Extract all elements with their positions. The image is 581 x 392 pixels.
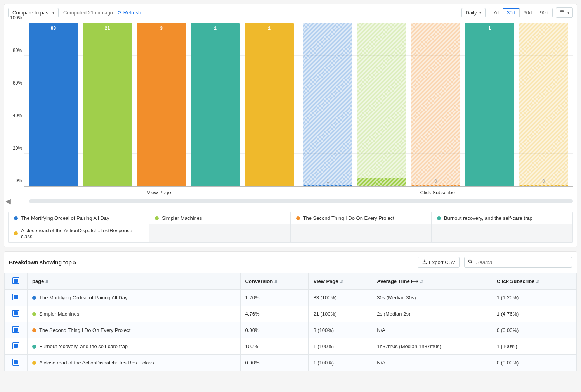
range-7d[interactable]: 7d bbox=[489, 8, 503, 17]
table-row[interactable]: A close read of the ActionDispatch::Test… bbox=[5, 355, 577, 371]
bar[interactable]: 1 bbox=[245, 23, 294, 186]
checkbox[interactable] bbox=[12, 342, 19, 349]
bar[interactable]: 0 bbox=[519, 185, 568, 186]
bar-value-label: 83 bbox=[51, 26, 56, 31]
row-cell: 0.00% bbox=[240, 355, 309, 371]
refresh-button[interactable]: ⟳ Refresh bbox=[118, 10, 141, 16]
chart-x-axis: View PageClick Subscribe bbox=[20, 187, 577, 197]
table-row[interactable]: The Second Thing I Do On Every Project0.… bbox=[5, 322, 577, 338]
col-click-sub[interactable]: Click Subscribe⇵ bbox=[492, 273, 576, 290]
date-picker-button[interactable]: ▾ bbox=[556, 7, 573, 18]
chevron-down-icon: ▾ bbox=[52, 10, 54, 15]
row-cell: 1 (100%) bbox=[309, 355, 372, 371]
table-row[interactable]: The Mortifying Ordeal of Pairing All Day… bbox=[5, 290, 577, 306]
row-checkbox-cell[interactable] bbox=[5, 322, 28, 338]
bar[interactable]: 3 bbox=[137, 23, 186, 186]
bar-value-label: 21 bbox=[105, 26, 110, 31]
row-checkbox-cell[interactable] bbox=[5, 338, 28, 355]
row-checkbox-cell[interactable] bbox=[5, 355, 28, 371]
range-60d[interactable]: 60d bbox=[520, 8, 536, 17]
row-swatch bbox=[32, 296, 36, 300]
col-viewpage[interactable]: View Page⇵ bbox=[309, 273, 372, 290]
chart-area: 0%20%40%60%80%100% 832131111010 bbox=[4, 21, 577, 187]
row-cell: 83 (100%) bbox=[309, 290, 372, 306]
legend-item bbox=[149, 224, 290, 243]
row-cell: 2s (Median 2s) bbox=[372, 306, 492, 322]
checkbox[interactable] bbox=[12, 294, 19, 300]
row-page-cell: The Mortifying Ordeal of Pairing All Day bbox=[28, 290, 241, 306]
row-cell: 0.00% bbox=[240, 322, 309, 338]
col-check[interactable] bbox=[5, 273, 28, 290]
row-page-label: Burnout recovery, and the self-care trap bbox=[39, 344, 128, 349]
y-tick: 0% bbox=[16, 178, 22, 183]
row-page-cell: Burnout recovery, and the self-care trap bbox=[28, 338, 241, 355]
chevron-down-icon: ▾ bbox=[479, 10, 481, 15]
export-label: Export CSV bbox=[429, 259, 455, 265]
legend-item[interactable]: A close read of the ActionDispatch::Test… bbox=[9, 224, 149, 243]
row-cell: 3 (100%) bbox=[309, 322, 372, 338]
x-tick: View Page bbox=[20, 187, 298, 195]
row-page-label: The Mortifying Ordeal of Pairing All Day bbox=[39, 295, 128, 300]
row-cell: 30s (Median 30s) bbox=[372, 290, 492, 306]
checkbox[interactable] bbox=[12, 359, 19, 366]
search-input[interactable] bbox=[475, 259, 569, 266]
col-avg-time[interactable]: Average Time ⟼⇵ bbox=[372, 273, 492, 290]
bar[interactable]: 1 bbox=[357, 178, 406, 186]
bar-bg bbox=[303, 23, 352, 186]
table-row[interactable]: Simpler Machines4.76%21 (100%)2s (Median… bbox=[5, 306, 577, 322]
y-tick: 100% bbox=[10, 15, 22, 21]
row-cell: 0 (0.00%) bbox=[492, 322, 576, 338]
bar[interactable]: 1 bbox=[303, 185, 352, 186]
bar[interactable]: 21 bbox=[83, 23, 132, 186]
bar[interactable]: 0 bbox=[411, 185, 460, 186]
legend-label: Simpler Machines bbox=[162, 215, 202, 221]
row-cell: 1h37m0s (Median 1h37m0s) bbox=[372, 338, 492, 355]
checkbox-all[interactable] bbox=[12, 277, 19, 284]
row-checkbox-cell[interactable] bbox=[5, 290, 28, 306]
bar[interactable]: 1 bbox=[465, 23, 514, 186]
scroll-track[interactable] bbox=[29, 199, 573, 203]
bar-value-label: 0 bbox=[542, 178, 545, 184]
col-page[interactable]: page⇵ bbox=[28, 273, 241, 290]
checkbox[interactable] bbox=[12, 310, 19, 317]
table-row[interactable]: Burnout recovery, and the self-care trap… bbox=[5, 338, 577, 355]
grain-button-daily[interactable]: Daily ▾ bbox=[461, 8, 486, 17]
legend-item[interactable]: Burnout recovery, and the self-care trap bbox=[432, 212, 572, 224]
col-conversion[interactable]: Conversion⇵ bbox=[240, 273, 309, 290]
legend-swatch bbox=[14, 231, 18, 235]
bar[interactable]: 83 bbox=[29, 23, 78, 186]
row-cell: 100% bbox=[240, 338, 309, 355]
bar-value-label: 3 bbox=[160, 26, 163, 31]
legend-item[interactable]: Simpler Machines bbox=[149, 212, 290, 224]
export-icon bbox=[422, 259, 427, 266]
svg-rect-0 bbox=[560, 10, 564, 14]
breakdown-title: Breakdown showing top 5 bbox=[9, 259, 76, 266]
row-page-label: Simpler Machines bbox=[39, 311, 79, 317]
sort-icon: ⇵ bbox=[45, 280, 49, 284]
row-checkbox-cell[interactable] bbox=[5, 306, 28, 322]
bar-value-label: 1 bbox=[488, 26, 491, 31]
bar-slot: 0 bbox=[519, 23, 568, 186]
checkbox[interactable] bbox=[12, 326, 19, 333]
sort-icon: ⇵ bbox=[274, 280, 277, 284]
row-swatch bbox=[32, 345, 36, 349]
search-icon bbox=[468, 259, 473, 266]
legend-label: Burnout recovery, and the self-care trap bbox=[444, 215, 532, 221]
sort-icon: ⇵ bbox=[420, 280, 423, 284]
range-30d[interactable]: 30d bbox=[503, 8, 520, 17]
scroll-prev-button[interactable]: ◀ bbox=[4, 197, 12, 205]
bar[interactable]: 1 bbox=[191, 23, 240, 186]
export-csv-button[interactable]: Export CSV bbox=[418, 257, 460, 268]
row-cell: 1 (1.20%) bbox=[492, 290, 576, 306]
range-90d[interactable]: 90d bbox=[536, 8, 552, 17]
chart-plot: 832131111010 bbox=[24, 23, 573, 187]
bar-value-label: 1 bbox=[268, 26, 271, 31]
computed-time-label: Computed 21 min ago bbox=[63, 10, 113, 16]
legend-label: The Mortifying Ordeal of Pairing All Day bbox=[21, 215, 109, 221]
row-cell: N/A bbox=[372, 322, 492, 338]
legend-item[interactable]: The Second Thing I Do On Every Project bbox=[291, 212, 432, 224]
legend-item[interactable]: The Mortifying Ordeal of Pairing All Day bbox=[9, 212, 149, 224]
bar-value-label: 1 bbox=[380, 172, 383, 177]
breakdown-search[interactable] bbox=[464, 257, 572, 268]
y-tick: 20% bbox=[13, 145, 22, 151]
